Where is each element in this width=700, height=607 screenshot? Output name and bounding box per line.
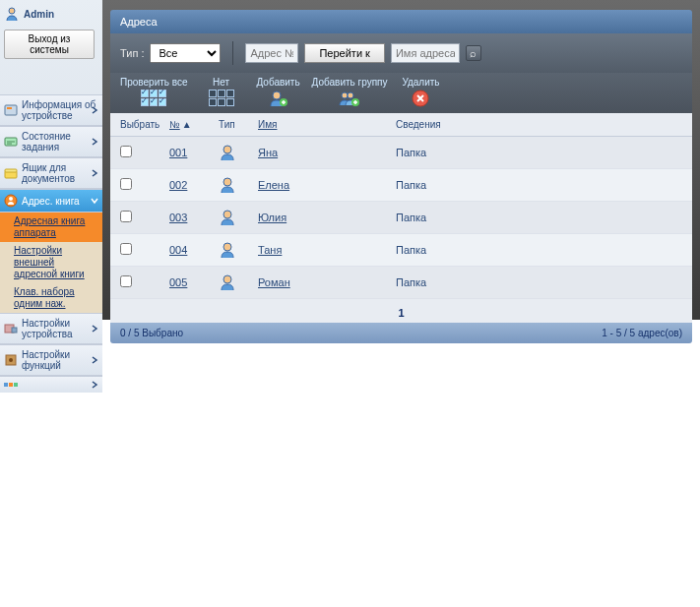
- chevron-right-icon: [91, 138, 98, 146]
- address-number-input[interactable]: [245, 43, 298, 63]
- go-button[interactable]: Перейти к: [304, 43, 384, 63]
- add-group-button[interactable]: Добавить группу: [312, 77, 388, 107]
- svg-rect-1: [5, 105, 17, 115]
- delete-icon: [412, 90, 429, 107]
- sidebar-item-function-settings[interactable]: Настройки функций: [0, 344, 102, 376]
- user-label: Admin: [24, 9, 54, 20]
- sidebar: Admin Выход из системы Информация об уст…: [0, 0, 102, 320]
- row-number[interactable]: 003: [169, 212, 219, 223]
- paginator: 1: [110, 299, 692, 323]
- sidebar-item-label: Ящик для документов: [22, 162, 98, 184]
- row-checkbox[interactable]: [120, 146, 132, 157]
- box-icon: [4, 166, 18, 180]
- more-icon: [4, 381, 18, 389]
- svg-rect-13: [9, 383, 13, 387]
- row-name[interactable]: Роман: [258, 276, 396, 288]
- row-checkbox[interactable]: [120, 178, 132, 190]
- row-name[interactable]: Юлия: [258, 212, 396, 223]
- svg-rect-5: [5, 169, 17, 172]
- person-icon: [219, 176, 258, 194]
- info-icon: [4, 103, 18, 117]
- row-checkbox[interactable]: [120, 243, 132, 255]
- svg-rect-14: [14, 383, 18, 387]
- svg-rect-9: [12, 328, 17, 333]
- user-icon: [4, 6, 20, 22]
- chevron-right-icon: [91, 106, 98, 114]
- row-name[interactable]: Елена: [258, 179, 396, 191]
- check-none-button[interactable]: Нет: [198, 77, 245, 107]
- svg-point-23: [223, 211, 231, 218]
- row-info: Папка: [396, 276, 682, 288]
- row-number[interactable]: 001: [169, 147, 219, 158]
- status-selected: 0 / 5 Выбрано: [120, 328, 183, 338]
- add-user-icon: [269, 90, 288, 107]
- filter-bar: Тип : Все Перейти к ⌕: [110, 33, 692, 73]
- row-number[interactable]: 005: [169, 276, 219, 288]
- sidebar-item-job-status[interactable]: Состояние задания: [0, 126, 102, 157]
- svg-point-7: [9, 197, 13, 201]
- check-all-button[interactable]: Проверить все: [120, 77, 188, 107]
- row-checkbox[interactable]: [120, 275, 132, 287]
- type-select[interactable]: Все: [150, 43, 221, 63]
- row-name[interactable]: Таня: [258, 244, 396, 256]
- type-label: Тип :: [120, 47, 144, 59]
- person-icon: [219, 241, 258, 259]
- row-number[interactable]: 004: [169, 244, 219, 256]
- sidebar-item-label: Адрес. книга: [22, 196, 80, 207]
- add-group-icon: [339, 90, 360, 107]
- col-num[interactable]: № ▲: [169, 119, 219, 130]
- sidebar-item-label: Настройки функций: [22, 349, 98, 371]
- row-name[interactable]: Яна: [258, 147, 396, 158]
- row-checkbox[interactable]: [120, 211, 132, 222]
- address-icon: [4, 194, 18, 208]
- chevron-right-icon: [91, 356, 98, 364]
- sidebar-item-document-box[interactable]: Ящик для документов: [0, 157, 102, 189]
- chevron-right-icon: [91, 169, 98, 177]
- add-button[interactable]: Добавить: [255, 77, 302, 107]
- sidebar-item-device-settings[interactable]: Настройки устройства: [0, 313, 102, 344]
- svg-point-0: [9, 8, 15, 14]
- address-table: Выбрать № ▲ Тип Имя Сведения 001ЯнаПапка…: [110, 113, 692, 323]
- sidebar-sub-one-touch[interactable]: Клав. набора одним наж.: [0, 283, 102, 313]
- person-icon: [219, 209, 258, 226]
- col-select: Выбрать: [120, 119, 169, 130]
- svg-point-17: [342, 92, 348, 98]
- sidebar-item-label: Настройки устройства: [22, 318, 98, 339]
- row-info: Папка: [396, 179, 682, 191]
- svg-point-11: [9, 358, 13, 362]
- search-button[interactable]: ⌕: [466, 45, 481, 61]
- toolbar: Проверить все Нет Добавить Добавить груп…: [110, 73, 692, 113]
- svg-point-24: [223, 243, 231, 251]
- panel-title: Адреса: [110, 10, 692, 33]
- logout-button[interactable]: Выход из системы: [4, 30, 95, 59]
- col-type: Тип: [219, 119, 258, 130]
- row-number[interactable]: 002: [169, 179, 219, 191]
- sidebar-item-address-book[interactable]: Адрес. книга: [0, 189, 102, 212]
- table-row: 001ЯнаПапка: [110, 137, 692, 169]
- sidebar-item-label: Состояние задания: [22, 131, 98, 152]
- person-icon: [219, 144, 258, 161]
- sidebar-sub-external-book[interactable]: Настройки внешней адресной книги: [0, 242, 102, 283]
- sidebar-item-more[interactable]: [0, 376, 102, 393]
- main-panel: Адреса Тип : Все Перейти к ⌕ Проверить в…: [102, 0, 700, 320]
- sidebar-item-device-info[interactable]: Информация об устройстве: [0, 94, 102, 126]
- check-all-icon: [141, 90, 166, 106]
- svg-point-18: [348, 92, 353, 98]
- table-row: 005РоманПапка: [110, 267, 692, 299]
- svg-point-25: [223, 275, 231, 283]
- row-info: Папка: [396, 147, 682, 158]
- row-info: Папка: [396, 212, 682, 223]
- chevron-down-icon: [91, 197, 98, 205]
- sidebar-item-label: Информация об устройстве: [22, 99, 98, 121]
- sort-asc-icon: ▲: [182, 119, 192, 130]
- row-info: Папка: [396, 244, 682, 256]
- delete-button[interactable]: Удалить: [397, 77, 444, 107]
- page-number[interactable]: 1: [398, 307, 404, 319]
- col-name[interactable]: Имя: [258, 119, 396, 130]
- svg-point-21: [223, 146, 231, 153]
- sidebar-sub-machine-book[interactable]: Адресная книга аппарата: [0, 212, 102, 242]
- check-none-icon: [209, 90, 234, 106]
- address-name-input[interactable]: [391, 43, 460, 63]
- person-icon: [219, 273, 258, 291]
- function-icon: [4, 353, 18, 367]
